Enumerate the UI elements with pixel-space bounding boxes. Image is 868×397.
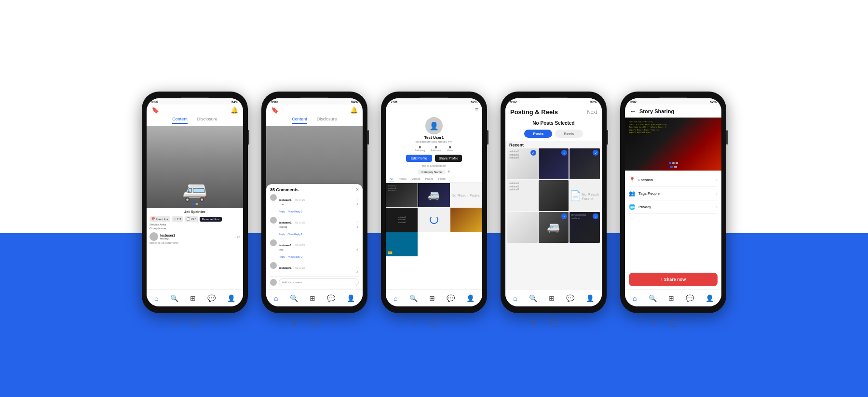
tab-all[interactable]: All — [389, 176, 394, 182]
add-icon-4[interactable]: ⊞ — [549, 294, 555, 302]
profile-tabs[interactable]: All Photos Videos Pages Posts — [386, 176, 482, 183]
profile-icon-2[interactable]: 👤 — [347, 294, 355, 302]
profile-icon-4[interactable]: 👤 — [586, 294, 594, 302]
privacy-label: Privacy — [638, 205, 651, 209]
view-reply-1[interactable]: · View Reply 2 — [287, 210, 302, 213]
share-now-btn[interactable]: ↑ Share now — [629, 273, 718, 286]
menu-icon[interactable]: ≡ — [475, 106, 478, 113]
tags-people-option[interactable]: 👥 Tags People › — [629, 187, 718, 200]
chat-icon-4[interactable]: 💬 — [566, 294, 574, 302]
event-link-btn[interactable]: 📅 Event link — [149, 216, 170, 222]
phone-4-screen: 9:02 52% Posting & Reels Next No Posts S… — [505, 98, 602, 306]
next-btn[interactable]: Next — [587, 109, 597, 115]
chat-icon[interactable]: 💬 — [207, 294, 216, 302]
comment-input-row[interactable] — [270, 276, 359, 286]
share-profile-btn[interactable]: Share Profile — [435, 155, 462, 162]
profile-icon-5[interactable]: 👤 — [705, 294, 714, 302]
grid-post-3[interactable]: ✓ — [570, 148, 600, 179]
tab-disclosure[interactable]: Disclosure — [197, 117, 217, 124]
phones-container: 9:00 54% 🔖 🔔 Content Disclosure 🚐 — [0, 29, 868, 376]
profile-icon-3[interactable]: 👤 — [466, 294, 475, 302]
phone-2-nav-bar: ⌂ 🔍 ⊞ 💬 👤 — [266, 289, 363, 306]
profile-icon[interactable]: 👤 — [227, 294, 235, 302]
tab-content[interactable]: Content — [172, 117, 188, 124]
tab-disclosure-2[interactable]: Disclosure — [317, 117, 337, 124]
profile-avatar: 👤 — [425, 117, 443, 134]
back-btn[interactable]: ← — [630, 107, 637, 115]
profile-action-btns: Edit Profile Share Profile — [386, 153, 482, 163]
like-icon-3[interactable]: ♡ — [356, 243, 359, 247]
grid-post-2[interactable]: ✓ — [539, 148, 569, 179]
like-btn[interactable]: ♡ 111 — [172, 216, 184, 222]
grid-item-4[interactable]: testlabel1testlabel2testlabel3 — [386, 208, 418, 232]
location-option[interactable]: 📍 Location › — [629, 173, 718, 187]
tab-pages[interactable]: Pages — [424, 176, 434, 182]
commenter-avatar — [270, 279, 277, 286]
search-icon-3[interactable]: 🔍 — [409, 294, 418, 302]
grid-item-6[interactable] — [450, 208, 482, 232]
add-category-icon[interactable]: + — [448, 169, 450, 174]
grid-post-4[interactable]: testlabel1testlabel2testlabel3 — [507, 180, 538, 211]
search-icon-5[interactable]: 🔍 — [649, 294, 657, 302]
tab-videos[interactable]: Videos — [410, 176, 421, 182]
grid-item-2[interactable]: 🚐 — [418, 183, 449, 207]
home-icon[interactable]: ⌂ — [154, 294, 158, 302]
search-icon[interactable]: 🔍 — [170, 294, 178, 302]
bookmark-icon: 🔖 — [151, 106, 159, 114]
add-icon-2[interactable]: ⊞ — [310, 294, 315, 302]
tab-photos[interactable]: Photos — [397, 176, 408, 182]
tab-content-2[interactable]: Content — [292, 117, 307, 124]
close-btn[interactable]: × — [356, 187, 359, 192]
phone-2-tabs[interactable]: Content Disclosure — [266, 116, 363, 126]
chat-icon-5[interactable]: 💬 — [686, 294, 694, 302]
add-icon[interactable]: ⊞ — [190, 294, 196, 302]
add-icon-5[interactable]: ⊞ — [668, 294, 674, 302]
grid-post-8[interactable]: 🚐 ✓ — [539, 212, 569, 243]
grid-item-1[interactable]: testlabel1testlabel2testlabel3 — [386, 183, 418, 207]
like-icon-1[interactable]: ♡ — [356, 198, 359, 201]
chat-icon-2[interactable]: 💬 — [327, 294, 335, 302]
add-icon-3[interactable]: ⊞ — [429, 294, 435, 302]
tab-posts[interactable]: Posts — [437, 176, 447, 182]
grid-post-7[interactable] — [507, 212, 538, 243]
view-reply-2[interactable]: · View Reply 1 — [287, 233, 302, 236]
grid-post-1[interactable]: testlabel1testlabel2testlabel3 ✓ — [507, 148, 538, 179]
view-comments-link[interactable]: Show all 35 comments — [147, 241, 243, 244]
phone-1-tabs[interactable]: Content Disclosure — [147, 116, 243, 126]
reply-label-2[interactable]: Reply — [279, 233, 285, 236]
recent-posts-grid: testlabel1testlabel2testlabel3 ✓ ✓ ✓ tes… — [505, 148, 602, 243]
grid-item-3[interactable]: No Result Found — [450, 183, 482, 207]
search-icon-2[interactable]: 🔍 — [290, 294, 298, 302]
comment-text-1: true — [279, 203, 354, 206]
category-tag[interactable]: Category Name — [418, 170, 446, 174]
home-icon-5[interactable]: ⌂ — [633, 294, 637, 302]
grid-item-5[interactable] — [418, 208, 449, 232]
home-icon-3[interactable]: ⌂ — [393, 294, 397, 302]
edit-profile-btn[interactable]: Edit Profile — [406, 155, 432, 162]
privacy-option[interactable]: 🌐 Privacy › — [629, 200, 718, 214]
posts-toggle-btn[interactable]: Posts — [524, 130, 552, 138]
bell-icon-2: 🔔 — [350, 106, 358, 114]
like-icon-2[interactable]: ♡ — [356, 221, 359, 224]
reply-label-1[interactable]: Reply — [279, 210, 285, 213]
share-k-btn[interactable]: 💬 K25 — [185, 216, 198, 222]
phone-3-header: ≡ — [386, 105, 482, 115]
followers-count: 8 — [431, 146, 441, 149]
like-icon-4[interactable]: ♡ — [356, 266, 359, 269]
reserve-now-btn[interactable]: Reserve Now — [200, 217, 222, 222]
grid-post-9[interactable]: 35 Commentstestlabel ✓ — [570, 212, 600, 243]
reply-label-3[interactable]: Reply — [279, 255, 285, 258]
phone-4-status-right: 52% — [590, 100, 597, 104]
chat-icon-3[interactable]: 💬 — [447, 294, 455, 302]
check-1: ✓ — [530, 150, 536, 156]
home-icon-2[interactable]: ⌂ — [274, 294, 278, 302]
view-reply-3[interactable]: · View Reply 2 — [287, 255, 302, 258]
grid-item-7[interactable]: 💳 — [386, 232, 418, 256]
grid-post-5[interactable] — [539, 180, 569, 211]
comment-input[interactable] — [279, 278, 359, 286]
grid-post-6[interactable]: 📄 No Result Found — [570, 180, 600, 211]
following-stat: 0 Following — [415, 146, 425, 152]
reels-toggle-btn[interactable]: Reels — [555, 130, 583, 138]
search-icon-4[interactable]: 🔍 — [529, 294, 537, 302]
home-icon-4[interactable]: ⌂ — [513, 294, 517, 302]
